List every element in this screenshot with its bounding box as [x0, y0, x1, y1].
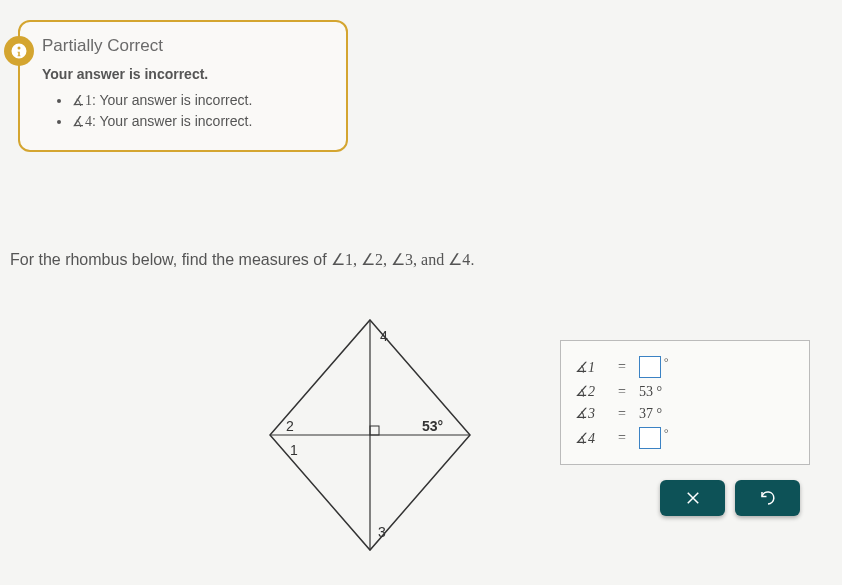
- answer-value: 37 °: [639, 406, 679, 422]
- angle-label-1: 1: [290, 442, 298, 458]
- angle-label-4: 4: [380, 328, 388, 344]
- angle-label-2: 2: [286, 418, 294, 434]
- button-row: [660, 480, 800, 516]
- feedback-box: Partially Correct Your answer is incorre…: [18, 20, 348, 152]
- answer-row-2: ∡2 = 53 °: [575, 383, 795, 400]
- reset-button[interactable]: [735, 480, 800, 516]
- answer-label: ∡1: [575, 359, 605, 376]
- answer-value: 53 °: [639, 384, 679, 400]
- feedback-subtitle: Your answer is incorrect.: [42, 66, 328, 82]
- answer-value: °: [639, 427, 668, 449]
- answer-row-1: ∡1 = °: [575, 356, 795, 378]
- answer-panel: ∡1 = ° ∡2 = 53 ° ∡3 = 37 ° ∡4 = °: [560, 340, 810, 465]
- equals-sign: =: [615, 384, 629, 400]
- question-prefix: For the rhombus below, find the measures…: [10, 251, 331, 268]
- degree-symbol: °: [664, 356, 668, 368]
- feedback-list: ∡1: Your answer is incorrect. ∡4: Your a…: [42, 92, 328, 130]
- feedback-item: ∡1: Your answer is incorrect.: [72, 92, 328, 109]
- feedback-text: : Your answer is incorrect.: [92, 113, 252, 129]
- equals-sign: =: [615, 406, 629, 422]
- rhombus-svg: [250, 310, 490, 560]
- rhombus-diagram: 4 2 1 3 53°: [250, 310, 490, 560]
- answer-label: ∡4: [575, 430, 605, 447]
- equals-sign: =: [615, 430, 629, 446]
- feedback-text: : Your answer is incorrect.: [92, 92, 252, 108]
- question-suffix: .: [470, 251, 474, 268]
- question-text: For the rhombus below, find the measures…: [10, 250, 475, 269]
- given-angle: 53°: [422, 418, 443, 434]
- answer-input-4[interactable]: [639, 427, 661, 449]
- svg-rect-3: [370, 426, 379, 435]
- answer-label: ∡3: [575, 405, 605, 422]
- angle-ref: ∡1: [72, 93, 92, 108]
- answer-input-1[interactable]: [639, 356, 661, 378]
- answer-label: ∡2: [575, 383, 605, 400]
- question-angles: ∠1, ∠2, ∠3, and ∠4: [331, 251, 470, 268]
- partial-correct-icon: [4, 36, 34, 66]
- answer-value: °: [639, 356, 668, 378]
- answer-row-3: ∡3 = 37 °: [575, 405, 795, 422]
- close-icon: [684, 489, 702, 507]
- answer-row-4: ∡4 = °: [575, 427, 795, 449]
- undo-icon: [759, 489, 777, 507]
- angle-label-3: 3: [378, 524, 386, 540]
- feedback-item: ∡4: Your answer is incorrect.: [72, 113, 328, 130]
- clear-button[interactable]: [660, 480, 725, 516]
- angle-ref: ∡4: [72, 114, 92, 129]
- degree-symbol: °: [664, 427, 668, 439]
- equals-sign: =: [615, 359, 629, 375]
- feedback-title: Partially Correct: [42, 36, 328, 56]
